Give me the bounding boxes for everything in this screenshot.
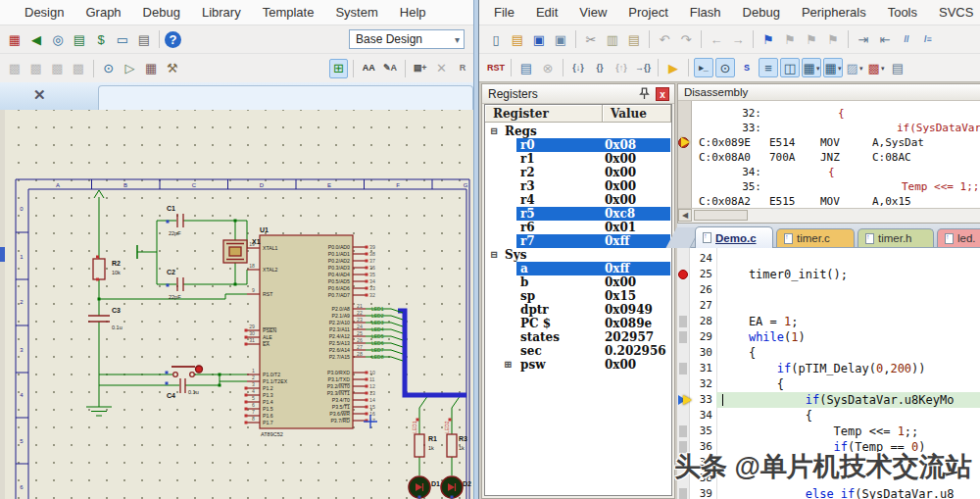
expand-icon[interactable]: ⊞ xyxy=(504,358,512,372)
editor-tab-led[interactable]: led. xyxy=(937,228,980,247)
symbol-window-icon[interactable]: ▨▾ xyxy=(845,58,864,77)
editor-tab-timerh[interactable]: timer.h xyxy=(858,228,934,247)
editor-tab-democ[interactable]: Demo.c xyxy=(695,226,773,248)
register-row-r4[interactable]: r40x00 xyxy=(485,193,671,207)
open-file-icon[interactable]: ▤ xyxy=(508,29,527,49)
keil-menu-edit[interactable]: Edit xyxy=(525,5,568,20)
remove-sheet-icon[interactable]: ✕ xyxy=(432,59,452,78)
register-row-r5[interactable]: r50xc8 xyxy=(485,207,671,221)
command-window-icon[interactable]: ▸_ xyxy=(694,58,713,77)
disassembly-line[interactable]: 32:{ xyxy=(691,106,980,121)
step-into-icon[interactable]: {↓} xyxy=(568,58,588,77)
cut-icon[interactable]: ✂ xyxy=(581,29,601,49)
netlist-icon[interactable]: ▤ xyxy=(134,29,154,49)
register-row-pc[interactable]: PC $0x089e xyxy=(485,317,671,330)
block-copy-icon[interactable]: ▩ xyxy=(5,59,24,78)
proteus-menu-graph[interactable]: Graph xyxy=(74,5,131,20)
keil-menu-view[interactable]: View xyxy=(568,5,617,20)
register-row-sp[interactable]: sp0x15 xyxy=(485,289,671,303)
proteus-menu-library[interactable]: Library xyxy=(191,5,252,20)
keil-menu-debug[interactable]: Debug xyxy=(732,5,791,20)
horizontal-scrollbar[interactable]: ◀ xyxy=(678,208,980,223)
schematic-canvas[interactable]: ABCDEFG0123456 xyxy=(5,110,473,499)
register-group-sys[interactable]: ⊟Sys xyxy=(485,248,671,262)
find-component-icon[interactable]: AA xyxy=(359,59,378,78)
proteus-menu-help[interactable]: Help xyxy=(389,5,437,20)
disassembly-line[interactable]: C:0x089EE514MOVA,SysDat xyxy=(691,135,980,150)
editor-tab-timerc[interactable]: timer.c xyxy=(776,228,855,247)
keil-menu-project[interactable]: Project xyxy=(617,5,678,20)
code-line-24[interactable]: 24 xyxy=(677,251,980,267)
register-row-r0[interactable]: r00x08 xyxy=(485,138,671,152)
keil-menu-file[interactable]: File xyxy=(483,5,525,20)
register-row-r1[interactable]: r10x00 xyxy=(485,152,671,166)
code-line-33[interactable]: 33 if(SysDataVar.u8KeyMo xyxy=(677,392,980,408)
watch-window-icon[interactable]: ▦▾ xyxy=(802,58,821,77)
design-explorer-icon[interactable]: ▤ xyxy=(70,29,89,49)
register-row-r7[interactable]: r70xff xyxy=(485,234,671,248)
disassembly-line[interactable]: 33:if(SysDataVar.u8 xyxy=(691,121,980,135)
led-d1[interactable] xyxy=(409,476,430,498)
disassembly-line[interactable]: C:0x08A0700AJNZC:08AC xyxy=(691,150,980,165)
component-mode-icon[interactable]: ⊞ xyxy=(329,59,349,78)
proteus-menu-design[interactable]: Design xyxy=(14,5,74,20)
make-device-icon[interactable]: ▷ xyxy=(121,59,140,78)
scroll-left-icon[interactable]: ◀ xyxy=(678,209,692,222)
code-line-34[interactable]: 34 { xyxy=(677,408,980,424)
comment-icon[interactable]: // xyxy=(897,29,916,49)
electrical-check-icon[interactable]: ▭ xyxy=(113,29,132,49)
disassembly-line[interactable]: 34:{ xyxy=(691,165,980,179)
uncomment-icon[interactable]: /≡ xyxy=(918,29,938,49)
decompose-icon[interactable]: ⚒ xyxy=(163,59,182,78)
show-next-statement-icon[interactable]: ▤ xyxy=(516,58,536,77)
schematic-tab[interactable] xyxy=(98,85,473,110)
collapse-icon[interactable]: ⊟ xyxy=(490,248,498,262)
register-row-b[interactable]: b0x00 xyxy=(485,275,671,289)
block-move-icon[interactable]: ▩ xyxy=(26,59,46,78)
world-icon[interactable]: ◎ xyxy=(48,29,68,49)
bookmark-prev-icon[interactable]: ⚑ xyxy=(802,29,821,49)
register-group-regs[interactable]: ⊟Regs xyxy=(485,125,671,138)
analysis-window-icon[interactable]: ◫ xyxy=(780,58,800,77)
scrollbar-thumb[interactable] xyxy=(694,210,748,221)
code-line-32[interactable]: 32 { xyxy=(677,376,980,392)
led-d2[interactable] xyxy=(441,476,463,498)
new-file-icon[interactable]: ▯ xyxy=(486,29,506,49)
register-row-sec[interactable]: sec0.202956 xyxy=(485,344,671,358)
new-sheet-icon[interactable]: ▤+ xyxy=(411,59,430,78)
keil-menu-peripherals[interactable]: Peripherals xyxy=(791,5,877,20)
simulate-icon[interactable]: ◀ xyxy=(26,29,46,49)
code-line-25[interactable]: 25 timer0_init(); xyxy=(677,267,980,282)
edit-component-icon[interactable]: ▦ xyxy=(5,29,24,49)
save-all-icon[interactable]: ▣ xyxy=(551,29,570,49)
keil-menu-tools[interactable]: Tools xyxy=(877,5,928,20)
keil-menu-flash[interactable]: Flash xyxy=(679,5,732,20)
property-assignment-icon[interactable]: ✎A xyxy=(380,59,400,78)
register-row-states[interactable]: states202957 xyxy=(485,330,671,344)
register-row-r3[interactable]: r30x00 xyxy=(485,179,671,193)
run-to-cursor-icon[interactable]: →{} xyxy=(633,58,653,77)
proteus-menu-template[interactable]: Template xyxy=(252,5,325,20)
block-delete-icon[interactable]: ▩ xyxy=(69,59,88,78)
reset-icon[interactable]: RST xyxy=(486,58,506,77)
toolbox-icon[interactable]: ▩▾ xyxy=(866,58,886,77)
breakpoint-icon[interactable] xyxy=(678,270,688,279)
redo-icon[interactable]: ↷ xyxy=(676,29,696,49)
code-line-26[interactable]: 26 xyxy=(677,282,980,298)
column-header-register[interactable]: Register xyxy=(485,105,603,123)
goto-sheet-icon[interactable]: R xyxy=(453,59,472,78)
bom-icon[interactable]: $ xyxy=(91,29,111,49)
disassembly-content[interactable]: 32:{33:if(SysDataVar.u8C:0x089EE514MOVA,… xyxy=(678,101,980,209)
code-line-35[interactable]: 35 Temp <<= 1;; xyxy=(677,424,980,439)
register-row-r2[interactable]: r20x00 xyxy=(485,166,671,179)
indent-icon[interactable]: ⇥ xyxy=(854,29,873,49)
step-out-icon[interactable]: {↑} xyxy=(612,58,631,77)
serial-window-icon[interactable]: ≡ xyxy=(759,58,778,77)
debug-restore-views-icon[interactable]: ▤ xyxy=(888,58,907,77)
bookmark-next-icon[interactable]: ⚑ xyxy=(780,29,800,49)
disassembly-line[interactable]: C:0x08A2E515MOVA,0x15 xyxy=(691,194,980,209)
column-header-value[interactable]: Value xyxy=(603,105,671,123)
proteus-menu-system[interactable]: System xyxy=(324,5,388,20)
help-icon[interactable]: ? xyxy=(165,31,181,48)
code-line-31[interactable]: 31 if(pTIM_Delay(0,200)) xyxy=(677,361,980,376)
